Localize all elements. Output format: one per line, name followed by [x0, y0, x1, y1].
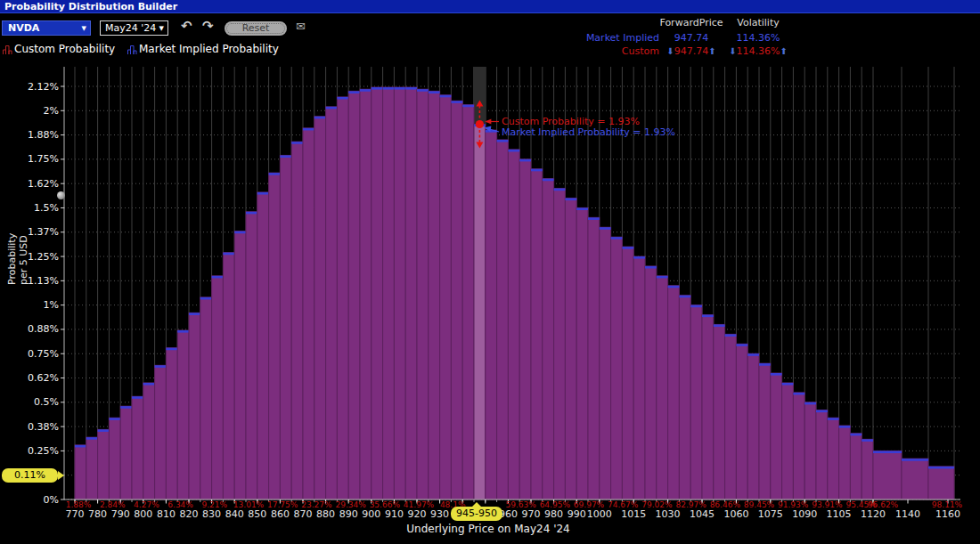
x-tick-label: 890	[339, 508, 358, 520]
histogram-bar[interactable]	[132, 396, 143, 499]
x-tick-label: 770	[66, 508, 85, 520]
histogram-bar[interactable]	[850, 434, 862, 499]
histogram-bar[interactable]	[337, 97, 348, 499]
histogram-bar[interactable]	[531, 169, 543, 499]
histogram-bar[interactable]	[257, 192, 269, 499]
cumulative-probability-label: 96.62%	[868, 500, 898, 509]
histogram-bar[interactable]	[714, 324, 725, 499]
y-tick-label: 2.12%	[0, 81, 59, 93]
histogram-bar[interactable]	[360, 89, 372, 499]
histogram-bar[interactable]	[303, 128, 314, 499]
histogram-bar[interactable]	[736, 344, 747, 499]
cumulative-probability-label: 59.63%	[505, 500, 535, 509]
histogram-bar[interactable]	[519, 159, 531, 499]
x-tick-label: 930	[430, 508, 449, 520]
market-implied-cap	[565, 198, 576, 200]
histogram-bar[interactable]	[725, 334, 737, 499]
market-implied-cap	[508, 150, 519, 152]
histogram-bar[interactable]	[269, 173, 281, 499]
histogram-bar[interactable]	[759, 363, 771, 499]
histogram-bar[interactable]	[828, 418, 839, 499]
info-sphere-icon[interactable]	[57, 191, 65, 199]
market-implied-cap	[588, 217, 600, 220]
histogram-bar[interactable]	[771, 373, 782, 499]
histogram-bar[interactable]	[508, 150, 519, 499]
histogram-bar[interactable]	[405, 87, 417, 499]
histogram-bar[interactable]	[246, 212, 257, 499]
histogram-bar[interactable]	[902, 459, 928, 499]
cumulative-probability-label: 17.75%	[267, 500, 298, 509]
histogram-bar[interactable]	[816, 410, 828, 499]
x-tick-label: 900	[362, 508, 380, 520]
histogram-bar[interactable]	[679, 296, 690, 499]
histogram-bar[interactable]	[462, 105, 474, 499]
histogram-bar[interactable]	[657, 276, 668, 499]
histogram-bar[interactable]	[588, 217, 600, 499]
market-implied-cap	[417, 89, 429, 92]
histogram-bar[interactable]	[155, 365, 167, 499]
histogram-bar[interactable]	[314, 117, 326, 499]
histogram-bar[interactable]	[280, 155, 291, 499]
histogram-bar[interactable]	[747, 353, 759, 499]
histogram-bar[interactable]	[873, 451, 902, 499]
histogram-bar[interactable]	[611, 237, 623, 499]
histogram-bar[interactable]	[383, 87, 395, 499]
histogram-bar[interactable]	[554, 189, 566, 499]
histogram-bar[interactable]	[143, 383, 155, 499]
histogram-bar[interactable]	[98, 429, 110, 499]
histogram-bar[interactable]	[793, 393, 804, 499]
histogram-bar[interactable]	[486, 130, 497, 499]
histogram-bar[interactable]	[440, 95, 452, 499]
cumulative-probability-label: 4.27%	[134, 500, 159, 509]
histogram-bar[interactable]	[291, 142, 303, 499]
histogram-bar[interactable]	[200, 297, 212, 499]
y-tick-label: 1.62%	[0, 178, 59, 190]
market-implied-cap	[736, 344, 747, 346]
histogram-bar[interactable]	[223, 253, 234, 499]
y-tick-label: 2%	[0, 105, 59, 117]
histogram-bar[interactable]	[600, 227, 611, 499]
histogram-bar[interactable]	[928, 467, 954, 499]
market-implied-cap	[405, 87, 417, 90]
histogram-bar[interactable]	[75, 445, 86, 499]
histogram-bar[interactable]	[348, 91, 360, 499]
histogram-bar[interactable]	[645, 266, 657, 499]
histogram-bar[interactable]	[166, 348, 177, 499]
market-implied-cap	[132, 396, 143, 399]
market-implied-cap	[212, 276, 224, 279]
market-implied-cap	[902, 459, 928, 461]
histogram-bar[interactable]	[804, 402, 816, 499]
histogram-bar[interactable]	[372, 87, 383, 499]
histogram-bar[interactable]	[451, 101, 462, 499]
histogram-bar[interactable]	[417, 89, 429, 499]
badge-pointer	[472, 502, 481, 507]
histogram-bar[interactable]	[86, 437, 98, 499]
histogram-bar[interactable]	[234, 231, 246, 499]
histogram-bar[interactable]	[565, 198, 576, 499]
histogram-bar[interactable]	[189, 313, 200, 499]
histogram-bar[interactable]	[120, 406, 132, 499]
histogram-bar-selected[interactable]	[474, 124, 486, 499]
histogram-bar[interactable]	[429, 91, 440, 499]
histogram-bar[interactable]	[212, 276, 224, 499]
histogram-bar[interactable]	[109, 418, 120, 499]
histogram-bar[interactable]	[576, 207, 588, 499]
histogram-bar[interactable]	[633, 256, 645, 499]
histogram-bar[interactable]	[497, 140, 509, 499]
histogram-bar[interactable]	[839, 426, 851, 499]
histogram-bar[interactable]	[394, 87, 405, 499]
market-implied-cap	[326, 107, 338, 110]
cumulative-probability-label: 74.67%	[608, 500, 638, 509]
histogram-bar[interactable]	[668, 286, 680, 499]
market-implied-cap	[611, 237, 623, 240]
market-implied-cap	[200, 297, 212, 300]
histogram-bar[interactable]	[326, 107, 338, 499]
histogram-bar[interactable]	[622, 247, 633, 499]
histogram-bar[interactable]	[543, 179, 554, 499]
histogram-bar[interactable]	[862, 439, 873, 499]
histogram-bar[interactable]	[702, 315, 714, 499]
histogram-bar[interactable]	[177, 330, 189, 499]
histogram-bar[interactable]	[782, 383, 794, 499]
histogram-bar[interactable]	[690, 305, 702, 499]
probability-drag-handle[interactable]	[476, 120, 484, 128]
